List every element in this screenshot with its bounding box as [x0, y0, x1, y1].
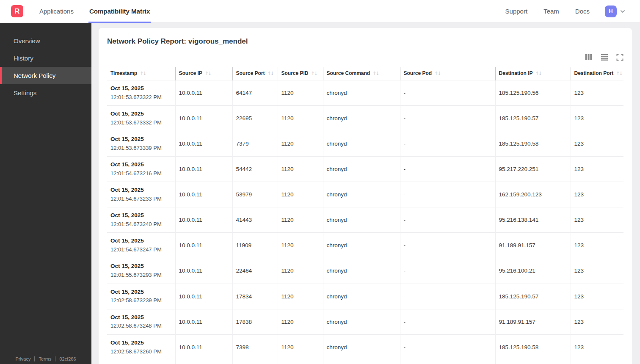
cell-source-pod: -	[400, 80, 495, 106]
cell-source-pid: 1120	[278, 80, 323, 106]
cell-destination-port: 123	[571, 80, 623, 106]
sort-icon: ↑↓	[268, 71, 273, 76]
cell-source-pod: -	[400, 258, 495, 284]
top-navbar: R Applications Compatibility Matrix Supp…	[0, 0, 640, 23]
cell-source-ip: 10.0.0.11	[175, 258, 232, 284]
cell-source-pod: -	[400, 284, 495, 309]
cell-destination-ip: 185.125.190.56	[495, 80, 571, 106]
cell-destination-ip: 91.189.91.157	[495, 233, 571, 258]
col-header-source-pod[interactable]: Source Pod↑↓	[400, 67, 495, 80]
cell-source-ip: 10.0.0.11	[175, 106, 232, 131]
sort-icon: ↑↓	[434, 71, 440, 76]
cell-source-command: chronyd	[323, 131, 400, 157]
cell-timestamp: Oct 15, 2025 12:01:55.673293 PM	[107, 258, 175, 284]
cell-source-command: chronyd	[323, 360, 400, 364]
col-header-destination-port[interactable]: Destination Port↑↓	[571, 67, 623, 80]
cell-source-port: 22695	[232, 106, 278, 131]
footer-divider	[34, 356, 35, 361]
cell-destination-ip: 95.216.138.141	[495, 207, 571, 233]
report-card: Network Policy Report: vigorous_mendel	[99, 28, 632, 364]
table-row: Oct 15, 2025 12:01:53.673332 PM 10.0.0.1…	[107, 106, 623, 131]
cell-source-pid: 1120	[278, 284, 323, 309]
columns-icon[interactable]	[585, 53, 593, 61]
cell-source-port: 17834	[232, 284, 278, 309]
col-header-source-command[interactable]: Source Command↑↓	[323, 67, 400, 80]
cell-timestamp: Oct 15, 2025 12:01:54.673233 PM	[107, 182, 175, 207]
col-header-destination-ip[interactable]: Destination IP↑↓	[495, 67, 571, 80]
cell-source-ip: 10.0.0.11	[175, 284, 232, 309]
navbar-right: Support Team Docs H	[489, 6, 626, 17]
cell-source-ip: 10.0.0.11	[175, 207, 232, 233]
cell-destination-port: 123	[571, 284, 623, 309]
fullscreen-icon[interactable]	[616, 54, 623, 61]
cell-source-pid: 1120	[278, 182, 323, 207]
sidebar-item-overview[interactable]: Overview	[0, 32, 91, 50]
cell-timestamp: Oct 15, 2025 12:01:53.673332 PM	[107, 106, 175, 131]
cell-source-pod: -	[400, 106, 495, 131]
tab-applications[interactable]: Applications	[39, 0, 74, 23]
cell-destination-port: 123	[571, 182, 623, 207]
app-logo-letter: R	[14, 7, 19, 16]
cell-source-ip: 10.0.0.11	[175, 131, 232, 157]
col-header-timestamp[interactable]: Timestamp↑↓	[107, 67, 175, 80]
cell-destination-ip: 185.125.190.57	[495, 106, 571, 131]
cell-destination-ip: 95.216.100.21	[495, 258, 571, 284]
cell-source-pid: 1120	[278, 106, 323, 131]
cell-destination-ip: 185.125.190.57	[495, 284, 571, 309]
cell-timestamp: Oct 15, 2025 12:01:53.673339 PM	[107, 131, 175, 157]
sidebar-item-settings[interactable]: Settings	[0, 84, 91, 102]
avatar[interactable]: H	[605, 6, 617, 17]
cell-source-pid: 1120	[278, 334, 323, 360]
cell-source-port: 41443	[232, 207, 278, 233]
table-body: Oct 15, 2025 12:01:53.673322 PM 10.0.0.1…	[107, 80, 623, 364]
app-logo[interactable]: R	[11, 5, 23, 17]
nav-link-support[interactable]: Support	[505, 8, 528, 15]
tab-compatibility-matrix[interactable]: Compatibility Matrix	[88, 0, 151, 23]
col-header-source-ip[interactable]: Source IP↑↓	[175, 67, 232, 80]
privacy-link[interactable]: Privacy	[15, 356, 30, 361]
chevron-down-icon[interactable]	[620, 8, 626, 14]
cell-source-port: 22464	[232, 258, 278, 284]
cell-source-pid: 1120	[278, 157, 323, 182]
cell-source-ip: 10.0.0.11	[175, 157, 232, 182]
rows-icon[interactable]	[601, 53, 608, 61]
table-row: Oct 15, 2025 12:02:58.673248 PM 10.0.0.1…	[107, 309, 623, 334]
cell-source-port: 7379	[232, 131, 278, 157]
cell-destination-ip: 95.217.220.251	[495, 157, 571, 182]
sidebar-item-network-policy[interactable]: Network Policy	[0, 67, 91, 84]
cell-source-port: 64147	[232, 80, 278, 106]
avatar-initial: H	[609, 8, 612, 14]
build-version: 02cf266	[59, 356, 76, 361]
table-row: Oct 15, 2025 12:01:54.673247 PM 10.0.0.1…	[107, 233, 623, 258]
cell-source-pid: 1120	[278, 207, 323, 233]
cell-timestamp: Oct 15, 2025 12:02:58.673239 PM	[107, 284, 175, 309]
sort-icon: ↑↓	[616, 71, 622, 76]
col-header-source-port[interactable]: Source Port↑↓	[232, 67, 278, 80]
table-row: Oct 15, 2025 12:02:58.673239 PM 10.0.0.1…	[107, 284, 623, 309]
sidebar-item-history[interactable]: History	[0, 50, 91, 67]
cell-source-port: 54442	[232, 157, 278, 182]
cell-source-pod: -	[400, 131, 495, 157]
table-toolbar	[107, 53, 623, 61]
table-row: Oct 15, 2025 12:01:53.673322 PM 10.0.0.1…	[107, 80, 623, 106]
main-area: Network Policy Report: vigorous_mendel	[91, 23, 640, 364]
cell-destination-ip: 185.125.190.58	[495, 334, 571, 360]
cell-source-command: chronyd	[323, 309, 400, 334]
terms-link[interactable]: Terms	[39, 356, 51, 361]
cell-destination-ip: 91.189.91.157	[495, 309, 571, 334]
cell-source-ip: 10.0.0.11	[175, 334, 232, 360]
cell-destination-ip: 185.125.190.56	[495, 360, 571, 364]
cell-source-command: chronyd	[323, 334, 400, 360]
cell-source-ip: 10.0.0.11	[175, 233, 232, 258]
primary-nav: Applications Compatibility Matrix	[39, 0, 165, 23]
nav-link-team[interactable]: Team	[543, 8, 559, 15]
cell-timestamp: Oct 15, 2025 12:01:54.673247 PM	[107, 233, 175, 258]
cell-source-command: chronyd	[323, 284, 400, 309]
table-row: Oct 15, 2025 12:01:54.673233 PM 10.0.0.1…	[107, 182, 623, 207]
cell-timestamp: Oct 15, 2025 12:02:58.673267 PM	[107, 360, 175, 364]
nav-link-docs[interactable]: Docs	[575, 8, 590, 15]
col-header-source-pid[interactable]: Source PID↑↓	[278, 67, 323, 80]
cell-source-pod: -	[400, 334, 495, 360]
page-title: Network Policy Report: vigorous_mendel	[107, 37, 623, 46]
cell-source-pid: 1120	[278, 258, 323, 284]
